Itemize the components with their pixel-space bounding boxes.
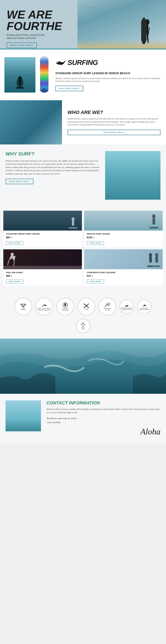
svg-rect-6 [19, 79, 21, 85]
pricing-btn-private[interactable]: READ MORE [87, 241, 104, 245]
svg-point-10 [72, 217, 75, 220]
surfing-pro-logo-icon [124, 303, 129, 308]
svg-point-16 [11, 253, 14, 256]
svg-line-17 [8, 260, 9, 265]
pricing-info-standard: STANDARD GROUP SURF LESSON $80 + READ MO… [3, 230, 82, 247]
pricing-image-standard [3, 211, 82, 230]
svg-rect-21 [147, 266, 154, 267]
surfing-logo-text: SURFING [68, 58, 98, 67]
ocean-background [0, 338, 166, 394]
svg-point-5 [18, 76, 22, 80]
pricing-label-corporate: CORPORATE SURF LESSONS [87, 272, 160, 274]
shark-logo-icon [55, 59, 66, 66]
pricing-info-corporate: CORPORATE SURF LESSONS $10 + READ MORE [84, 269, 163, 286]
hero-subtitle: Surfing Lessons Perth, proud to be the o… [7, 34, 47, 40]
pricing-price-private: $150 + [87, 236, 160, 239]
contact-title: CONTACT INFORMATION [47, 400, 160, 406]
svg-point-19 [149, 253, 152, 257]
who-read-more-button[interactable]: READ MORE ABOUT [68, 130, 160, 135]
wave-overlay [0, 127, 62, 144]
surf-brand-text: Taking a standard group surf lesson in V… [55, 77, 161, 83]
svg-rect-23 [155, 256, 158, 262]
svg-rect-34 [6, 400, 41, 431]
hero-read-more-button[interactable]: READ MORE ABOUT [7, 42, 37, 48]
surfing-section: SURFING · · · · · · · STANDARD GROUP SUR… [0, 50, 166, 100]
school-logo-icon [62, 302, 69, 308]
svg-rect-11 [72, 220, 74, 226]
surfing-read-more-button[interactable]: READ MORE ABOUT [55, 86, 83, 91]
hero-image: ∧ ∧ ∧ [77, 0, 166, 48]
surfboard-container [39, 56, 50, 94]
logo-badge-surfing-school: SURFINGSCHOOL [56, 298, 74, 315]
why-text: Plenty of surfers start their morning in… [6, 160, 101, 175]
hero-section: ∧ ∧ ∧ WE ARE FOURTHE Surfing Lessons Per… [0, 0, 166, 48]
pricing-price-corporate: $10 + [87, 274, 160, 277]
surfboard [40, 56, 49, 92]
logo-badge-surf-shop: BEST SURF SHOPPROFESSIONAL [35, 298, 53, 315]
who-section: WHO ARE WE? SouthCal Surf Lessons starte… [0, 100, 166, 144]
contact-text: Would you like to send us quickly and sc… [47, 408, 160, 414]
surf-brand: SURFING · · · · · · · STANDARD GROUP SUR… [53, 58, 161, 91]
pricing-image-kids [3, 249, 82, 269]
svg-line-2 [143, 28, 145, 33]
hero-text: WE ARE FOURTHE Surfing Lessons Perth, pr… [7, 9, 62, 48]
who-image [0, 100, 62, 144]
who-title: WHO ARE WE? [68, 110, 160, 115]
contact-phone: 1 212-736-3100 [47, 421, 160, 424]
corporate-surfer-icon [146, 253, 161, 268]
pricing-image-corporate [84, 249, 163, 269]
svg-point-31 [107, 303, 108, 304]
why-section: WHY SURF? Plenty of surfers start their … [0, 144, 166, 206]
contact-surf-svg [6, 400, 41, 431]
pricing-row-1: STANDARD GROUP SURF LESSON $80 + READ MO… [3, 211, 163, 247]
vs-logo-icon: VS. [20, 303, 27, 308]
svg-rect-15 [149, 227, 158, 228]
pricing-card-standard: STANDARD GROUP SURF LESSON $80 + READ MO… [3, 211, 82, 247]
pricing-card-kids: KIDS AND FAMILY $80 + READ MORE [3, 249, 82, 286]
pricing-btn-corporate[interactable]: READ MORE [87, 280, 104, 283]
pricing-btn-kids[interactable]: READ MORE [6, 280, 23, 283]
pricing-card-private: PRIVATE SURF LESSON $150 + READ MORE [84, 211, 163, 247]
pricing-label-kids: KIDS AND FAMILY [6, 272, 79, 274]
why-title: WHY SURF? [6, 151, 101, 157]
svg-point-32 [143, 305, 144, 306]
who-content: WHO ARE WE? SouthCal Surf Lessons starte… [62, 100, 166, 144]
surfers-club-logo-icon [104, 302, 111, 308]
svg-point-9 [132, 178, 136, 182]
aloha-text: Aloha [47, 427, 160, 436]
pricing-row-2: KIDS AND FAMILY $80 + READ MORE CORP [3, 249, 163, 286]
svg-rect-12 [69, 227, 77, 228]
logo-badge-surf-shop-2: BEST SURFPROFESSIONAL [137, 300, 152, 314]
surfer-silhouette [14, 76, 26, 89]
who-text: SouthCal Surf Lessons started from the i… [68, 118, 160, 126]
svg-rect-7 [16, 87, 24, 89]
dots-decoration: · · · · · · · [55, 68, 161, 70]
pricing-info-kids: KIDS AND FAMILY $80 + READ MORE [3, 269, 82, 286]
surfer2-pricing-icon [147, 214, 160, 230]
svg-rect-14 [152, 218, 155, 224]
surf-shark-logo: SURFING [55, 58, 161, 67]
pricing-label-standard: STANDARD GROUP SURF LESSON [6, 233, 79, 236]
pricing-info-private: PRIVATE SURF LESSON $150 + READ MORE [84, 230, 163, 247]
svg-point-26 [43, 305, 43, 306]
contact-content: CONTACT INFORMATION Would you like to se… [47, 400, 160, 436]
surfer-pricing-icon [66, 216, 80, 230]
svg-point-28 [64, 303, 66, 306]
surf-shop-logo-icon [41, 302, 47, 308]
x-club-logo-icon [83, 303, 90, 308]
pricing-price-standard: $80 + [6, 236, 79, 239]
contact-address: 350 5th Ave, New York, NY 10118 [47, 417, 160, 420]
svg-point-0 [145, 19, 149, 25]
logos-section: VS. SURF BEST SURF SHOPPROFESSIONAL SURF… [0, 292, 166, 338]
contact-image [6, 400, 41, 431]
svg-point-8 [57, 62, 58, 63]
contact-section: CONTACT INFORMATION Would you like to se… [0, 394, 166, 443]
svg-point-13 [152, 214, 155, 218]
surf-shop2-logo-icon [142, 303, 147, 308]
why-read-more-button[interactable]: READ MORE ABOUT [6, 179, 33, 184]
pricing-btn-standard[interactable]: READ MORE [6, 241, 23, 245]
ocean-section [0, 338, 166, 394]
logo-badge-vs: VS. SURF [14, 298, 32, 315]
svg-text:VS.: VS. [22, 305, 25, 306]
pricing-label-private: PRIVATE SURF LESSON [87, 233, 160, 236]
